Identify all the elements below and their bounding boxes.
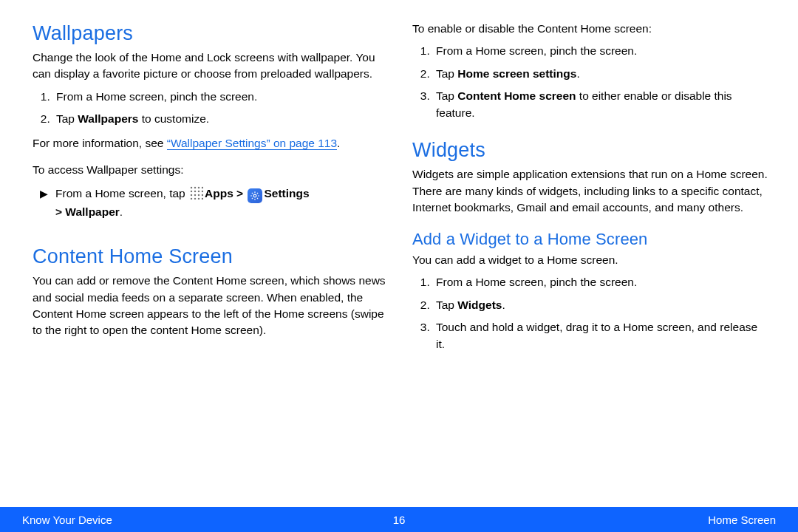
text: . <box>337 137 340 149</box>
footer-page-number: 16 <box>393 514 406 526</box>
step-item: Tap Wallpapers to customize. <box>53 111 389 127</box>
text: For more information, see <box>33 137 167 149</box>
text-bold: > <box>55 205 65 218</box>
bullet-arrow-icon: ▶ <box>40 185 48 202</box>
page-footer: Know Your Device 16 Home Screen <box>0 507 798 532</box>
enable-steps: From a Home screen, pinch the screen. Ta… <box>412 43 768 121</box>
step-item: From a Home screen, pinch the screen. <box>433 43 768 59</box>
content-home-intro: You can add or remove the Content Home s… <box>33 273 389 339</box>
text: . <box>120 205 123 218</box>
add-widget-intro: You can add a widget to a Home screen. <box>412 252 768 268</box>
text-bold: Apps <box>205 187 233 200</box>
text: Tap <box>436 67 457 80</box>
footer-section-right: Home Screen <box>708 514 776 526</box>
right-column: To enable or disable the Content Home sc… <box>412 21 768 360</box>
step-item: Tap Content Home screen to either enable… <box>433 88 768 121</box>
link-wallpaper-settings[interactable]: “Wallpaper Settings” on page 113 <box>167 137 337 150</box>
wallpapers-access-label: To access Wallpaper settings: <box>33 162 389 178</box>
svg-point-0 <box>254 194 257 197</box>
widgets-intro: Widgets are simple application extension… <box>412 166 768 216</box>
text: Tap <box>436 299 457 311</box>
heading-widgets: Widgets <box>412 139 768 162</box>
text: to customize. <box>138 112 209 125</box>
add-widget-steps: From a Home screen, pinch the screen. Ta… <box>412 274 768 352</box>
left-column: Wallpapers Change the look of the Home a… <box>33 21 389 360</box>
step-item: Tap Widgets. <box>433 297 768 313</box>
two-column-layout: Wallpapers Change the look of the Home a… <box>0 0 798 360</box>
heading-add-widget: Add a Widget to a Home Screen <box>412 230 768 249</box>
heading-wallpapers: Wallpapers <box>33 22 389 45</box>
text: Tap <box>436 89 457 102</box>
text: . <box>576 67 579 80</box>
text-bold: Wallpapers <box>78 112 138 125</box>
wallpapers-intro: Change the look of the Home and Lock scr… <box>33 50 389 83</box>
wallpapers-steps: From a Home screen, pinch the screen. Ta… <box>33 89 389 128</box>
text-bold: Widgets <box>457 299 502 311</box>
step-item: From a Home screen, pinch the screen. <box>433 274 768 290</box>
text-bold: Settings <box>264 187 309 200</box>
wallpapers-more-info: For more information, see “Wallpaper Set… <box>33 135 389 151</box>
apps-icon <box>190 186 203 200</box>
enable-intro: To enable or disable the Content Home sc… <box>412 21 768 37</box>
step-item: Touch and hold a widget, drag it to a Ho… <box>433 319 768 352</box>
heading-content-home: Content Home Screen <box>33 245 389 268</box>
wallpapers-access-path: ▶ From a Home screen, tap Apps > Setting… <box>40 185 389 220</box>
footer-section-left: Know Your Device <box>22 514 112 526</box>
path-text: From a Home screen, tap Apps > Settings>… <box>55 185 389 220</box>
page: Wallpapers Change the look of the Home a… <box>0 0 798 532</box>
text-bold: Home screen settings <box>457 67 576 80</box>
text: . <box>502 299 505 311</box>
text-bold: Wallpaper <box>65 205 120 218</box>
text: > <box>233 187 247 200</box>
step-item: From a Home screen, pinch the screen. <box>53 89 389 105</box>
text-bold: Content Home screen <box>457 89 576 102</box>
text: From a Home screen, tap <box>55 187 188 200</box>
text: Tap <box>56 112 78 125</box>
settings-icon <box>248 188 262 203</box>
step-item: Tap Home screen settings. <box>433 66 768 82</box>
